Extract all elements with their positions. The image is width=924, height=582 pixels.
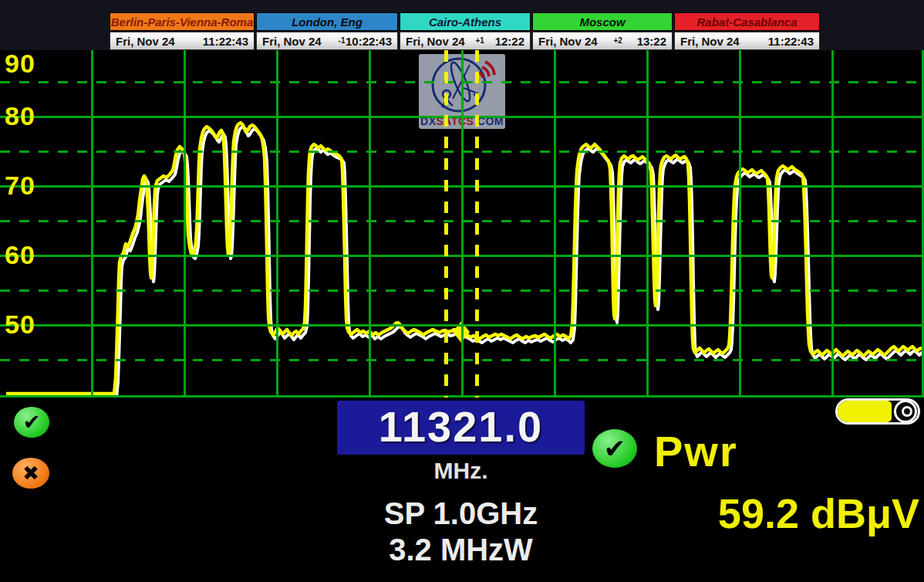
clock-zone: London, Eng Fri, Nov 24 -1 10:22:43 — [256, 12, 398, 50]
frequency-unit: MHz. — [337, 458, 585, 484]
span-readout: SP 1.0GHz — [337, 496, 585, 531]
power-toggle[interactable] — [835, 398, 920, 425]
clock-date: Fri, Nov 24 — [538, 32, 598, 51]
spectrum-plot: DXSATCS.COM 9080706050 — [0, 50, 924, 398]
clock-utc-offset: +2 — [613, 32, 622, 50]
toggle-knob-ring — [902, 406, 912, 417]
y-axis-tick-label: 50 — [5, 309, 49, 340]
grid-line-vertical — [369, 50, 371, 398]
grid-line-vertical — [739, 50, 741, 398]
clock-zone: Rabat-Casablanca Fri, Nov 24 11:22:43 — [674, 12, 820, 50]
clock-date: Fri, Nov 24 — [406, 32, 465, 51]
grid-line-vertical — [461, 50, 464, 398]
frequency-display[interactable]: 11321.0 — [337, 401, 585, 455]
clock-time: 13:22 — [637, 32, 666, 51]
spectrum-analyzer-screen: Berlin-Paris-Vienna-Roma Fri, Nov 24 11:… — [0, 0, 924, 582]
pwr-mode-value: 59.2 dBμV — [617, 489, 919, 537]
clock-time: 12:22 — [495, 32, 524, 51]
clock-zone: Cairo-Athens Fri, Nov 24 +1 12:22 — [400, 12, 531, 50]
marker-band-line — [475, 50, 479, 398]
clock-zone: Moscow Fri, Nov 24 +2 13:22 — [532, 12, 673, 50]
y-axis-tick-label: 60 — [5, 239, 49, 270]
grid-line-vertical — [184, 50, 186, 398]
grid-line-vertical — [831, 50, 834, 398]
bandwidth-readout: 3.2 MHzW — [337, 533, 585, 567]
clock-time: 11:22:43 — [768, 32, 814, 51]
world-clock-bar: Berlin-Paris-Vienna-Roma Fri, Nov 24 11:… — [0, 0, 924, 50]
grid-line-vertical — [276, 50, 278, 398]
clock-date: Fri, Nov 24 — [116, 32, 175, 51]
pwr2-status-check-icon: ✔ — [592, 429, 637, 468]
toggle-knob[interactable] — [894, 400, 917, 423]
timezone-label: London, Eng — [256, 12, 398, 31]
timezone-label: Cairo-Athens — [400, 12, 531, 31]
timezone-clock: Fri, Nov 24 +2 13:22 — [532, 32, 673, 50]
clock-zone: Berlin-Paris-Vienna-Roma Fri, Nov 24 11:… — [110, 12, 255, 50]
pwr-mode-label: Pwr — [654, 426, 738, 476]
clock-time: 11:22:43 — [203, 32, 248, 51]
marker-band-line — [444, 50, 448, 398]
timezone-clock: Fri, Nov 24 +1 12:22 — [400, 32, 531, 50]
pwr-status-check-icon: ✔ — [14, 407, 49, 438]
timezone-label: Moscow — [532, 12, 673, 31]
clock-utc-offset: +1 — [475, 32, 484, 50]
clock-time: 10:22:43 — [346, 32, 392, 51]
timezone-clock: Fri, Nov 24 11:22:43 — [110, 32, 255, 50]
clock-date: Fri, Nov 24 — [680, 32, 740, 51]
clock-utc-offset: -1 — [339, 32, 346, 50]
grid-line-vertical — [554, 50, 556, 398]
toggle-on-track — [838, 401, 892, 422]
clock-date: Fri, Nov 24 — [262, 32, 322, 51]
y-axis-tick-label: 90 — [5, 48, 49, 79]
live-trace-yellow — [6, 123, 922, 394]
grid-line-vertical — [646, 50, 649, 398]
timezone-label: Rabat-Casablanca — [674, 12, 820, 31]
timezone-label: Berlin-Paris-Vienna-Roma — [110, 12, 255, 31]
timezone-clock: Fri, Nov 24 -1 10:22:43 — [256, 32, 398, 50]
y-axis-tick-label: 70 — [5, 170, 49, 201]
cn-status-cross-icon: ✖ — [12, 458, 49, 489]
grid-line-vertical — [91, 50, 93, 398]
y-axis-tick-label: 80 — [5, 100, 49, 131]
timezone-clock: Fri, Nov 24 11:22:43 — [674, 32, 820, 50]
readout-panel: ✔ Pwr 59.2 dBμV ✖ C/N 1.0 dB 11321.0 MHz… — [0, 398, 924, 582]
